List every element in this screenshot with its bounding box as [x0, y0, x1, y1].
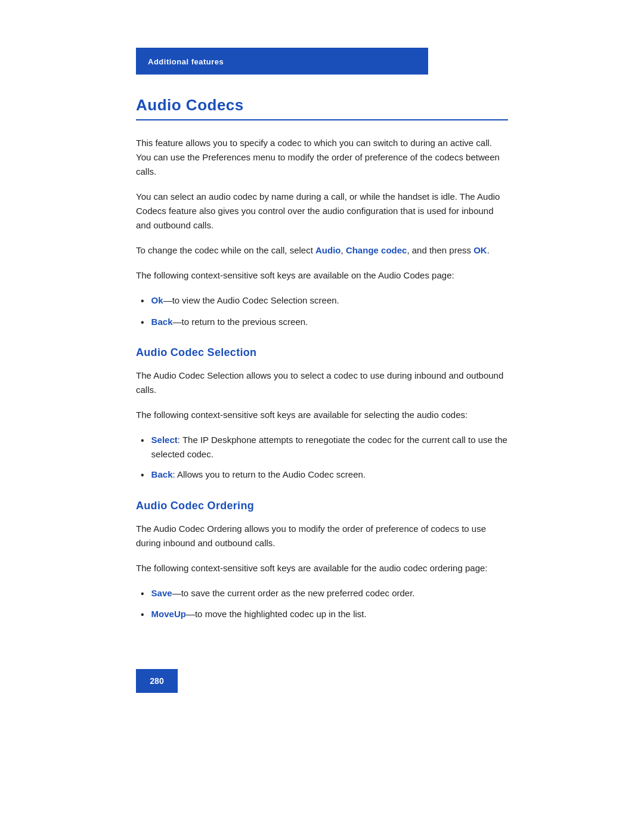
bullet2-key: Back	[151, 317, 173, 327]
header-banner-text: Additional features	[148, 57, 224, 66]
change-codec-text-before: To change the codec while on the call, s…	[136, 245, 315, 255]
change-codec-ok: OK	[473, 245, 487, 255]
bullet1-text: —to view the Audio Codec Selection scree…	[163, 295, 339, 305]
section1-bullet-list: Select: The IP Deskphone attempts to ren…	[136, 433, 508, 483]
change-codec-link2: Change codec	[346, 245, 407, 255]
page-container: Additional features Audio Codecs This fe…	[0, 0, 644, 833]
section1-bullet2-key: Back	[151, 469, 173, 479]
section2-para1: The Audio Codec Ordering allows you to m…	[136, 522, 508, 550]
section2-bullet1-key: Save	[151, 588, 172, 598]
list-item: Save—to save the current order as the ne…	[136, 586, 508, 602]
section1-para2: The following context-sensitive soft key…	[136, 408, 508, 422]
header-banner: Additional features	[136, 48, 428, 75]
section2-bullet2-text: —to move the highlighted codec up in the…	[186, 609, 367, 619]
change-codec-text-mid: ,	[341, 245, 346, 255]
soft-keys-intro: The following context-sensitive soft key…	[136, 268, 508, 283]
change-codec-link1: Audio	[315, 245, 341, 255]
section2-bullet1-text: —to save the current order as the new pr…	[172, 588, 415, 598]
intro-para1: This feature allows you to specify a cod…	[136, 136, 508, 179]
page-number: 280	[150, 676, 163, 686]
section1-para1: The Audio Codec Selection allows you to …	[136, 368, 508, 397]
bullet2-text: —to return to the previous screen.	[172, 317, 308, 327]
section1-bullet1-key: Select	[151, 435, 178, 445]
page-title: Audio Codecs	[136, 96, 508, 120]
list-item: MoveUp—to move the highlighted codec up …	[136, 607, 508, 623]
section1-bullet2-text: : Allows you to return to the Audio Code…	[172, 469, 366, 479]
section2-bullet2-key: MoveUp	[151, 609, 186, 619]
change-codec-text-after: , and then press	[407, 245, 473, 255]
bullet1-key: Ok	[151, 295, 163, 305]
main-bullet-list: Ok—to view the Audio Codec Selection scr…	[136, 293, 508, 330]
page-number-box: 280	[136, 669, 178, 693]
list-item: Back—to return to the previous screen.	[136, 315, 508, 330]
section1-bullet1-text: : The IP Deskphone attempts to renegotia…	[151, 435, 507, 459]
list-item: Select: The IP Deskphone attempts to ren…	[136, 433, 508, 462]
section1-title: Audio Codec Selection	[136, 346, 508, 359]
change-codec-para: To change the codec while on the call, s…	[136, 243, 508, 258]
section2-title: Audio Codec Ordering	[136, 500, 508, 512]
list-item: Ok—to view the Audio Codec Selection scr…	[136, 293, 508, 309]
section2-para2: The following context-sensitive soft key…	[136, 561, 508, 575]
section2-bullet-list: Save—to save the current order as the ne…	[136, 586, 508, 623]
list-item: Back: Allows you to return to the Audio …	[136, 467, 508, 483]
change-codec-end: .	[487, 245, 490, 255]
intro-para2: You can select an audio codec by name du…	[136, 190, 508, 233]
